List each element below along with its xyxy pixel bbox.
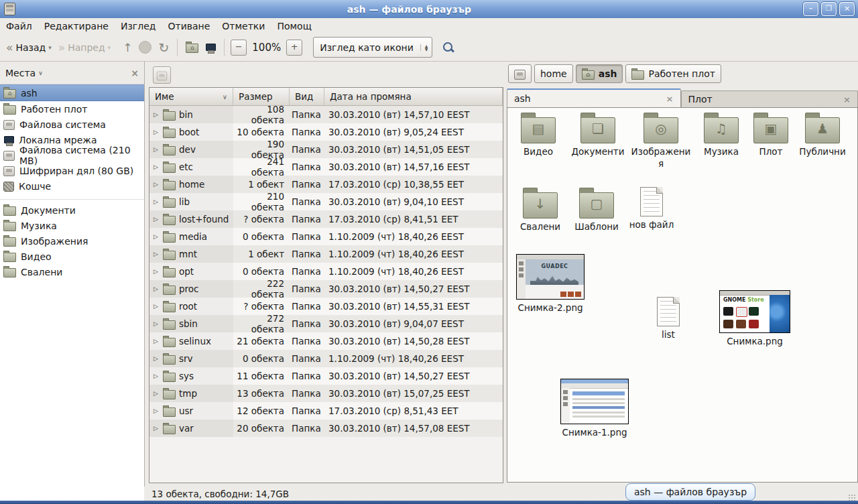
expander-icon[interactable]: ▷: [154, 355, 160, 362]
table-row-lost+found[interactable]: ▷lost+found? обектаПапка17.03.2010 (ср) …: [149, 210, 503, 228]
back-button[interactable]: « Назад ▾: [3, 40, 55, 56]
table-row-home[interactable]: ▷home1 обектПапка17.03.2010 (ср) 10,38,5…: [149, 176, 503, 193]
menu-item-Изглед[interactable]: Изглед: [115, 19, 162, 33]
view-mode-select[interactable]: Изглед като икони ▲▼: [313, 37, 432, 58]
expander-icon[interactable]: ▷: [154, 390, 160, 397]
sidebar-close-icon[interactable]: ×: [131, 68, 139, 78]
close-button[interactable]: ×: [839, 2, 855, 16]
expander-icon[interactable]: ▷: [154, 146, 160, 153]
expander-icon[interactable]: ▷: [154, 320, 160, 327]
icon-item-Плот[interactable]: ▣Плот: [750, 112, 792, 158]
expander-icon[interactable]: ▷: [154, 111, 160, 118]
sidebar-item-Видео[interactable]: Видео: [0, 249, 144, 264]
menu-item-Файл[interactable]: Файл: [0, 19, 38, 33]
expander-icon[interactable]: ▷: [154, 303, 160, 310]
expander-icon[interactable]: ▷: [154, 233, 160, 240]
expander-icon[interactable]: ▷: [154, 286, 160, 292]
sidebar-header[interactable]: Места ∨ ×: [0, 62, 144, 84]
forward-button[interactable]: » Напред ▾: [55, 40, 114, 56]
icon-item-Свалени[interactable]: ↓Свалени: [514, 187, 566, 233]
menu-item-Редактиране[interactable]: Редактиране: [38, 19, 115, 33]
icon-item-Видео[interactable]: ▤Видео: [511, 112, 565, 158]
table-row-etc[interactable]: ▷etc241 обектаПапка30.03.2010 (вт) 14,57…: [149, 158, 503, 176]
table-row-boot[interactable]: ▷boot10 обектаПапка30.03.2010 (вт) 9,05,…: [149, 123, 503, 141]
back-history-chevron-icon[interactable]: ▾: [48, 44, 52, 51]
menu-item-Помощ[interactable]: Помощ: [271, 19, 317, 33]
table-row-bin[interactable]: ▷bin108 обектаПапка30.03.2010 (вт) 14,57…: [149, 106, 503, 123]
icon-item-Изображения[interactable]: ◎Изображения: [631, 112, 691, 170]
computer-button[interactable]: [202, 40, 219, 55]
sidebar-item-Изображения[interactable]: Изображения: [0, 233, 144, 249]
breadcrumb-home[interactable]: home: [534, 64, 573, 83]
icon-item-list[interactable]: list: [644, 297, 692, 340]
sidebar-item-Шифриран дял (80 GB)[interactable]: Шифриран дял (80 GB): [0, 163, 144, 178]
table-row-mnt[interactable]: ▷mnt1 обектПапка1.10.2009 (чт) 18,40,26 …: [149, 245, 503, 263]
maximize-button[interactable]: ❐: [821, 2, 837, 16]
table-row-srv[interactable]: ▷srv0 обектаПапка1.10.2009 (чт) 18,40,26…: [149, 350, 503, 367]
home-button[interactable]: ⌂: [182, 39, 202, 56]
sidebar-item-Кошче[interactable]: Кошче: [0, 178, 144, 194]
expander-icon[interactable]: ▷: [154, 181, 160, 188]
menu-item-Отиване[interactable]: Отиване: [162, 19, 216, 33]
table-row-lib[interactable]: ▷lib210 обектаПапка30.03.2010 (вт) 9,04,…: [149, 193, 503, 210]
table-row-dev[interactable]: ▷dev190 обектаПапка30.03.2010 (вт) 14,51…: [149, 141, 503, 158]
expander-icon[interactable]: ▷: [154, 216, 160, 223]
icon-item-Шаблони[interactable]: ▢Шаблони: [570, 187, 623, 233]
table-row-selinux[interactable]: ▷selinux21 обектаПапка30.03.2010 (вт) 14…: [149, 332, 503, 350]
expander-icon[interactable]: ▷: [154, 198, 160, 205]
tab-Плот[interactable]: Плот×: [681, 90, 858, 107]
table-row-opt[interactable]: ▷opt0 обектаПапка1.10.2009 (чт) 18,40,26…: [149, 263, 503, 280]
table-row-usr[interactable]: ▷usr12 обектаПапка17.03.2010 (ср) 8,51,4…: [149, 402, 503, 420]
expander-icon[interactable]: ▷: [154, 251, 160, 257]
tab-close-icon[interactable]: ×: [660, 94, 674, 104]
reload-button[interactable]: ↻: [155, 40, 172, 55]
tab-ash[interactable]: ash×: [507, 88, 681, 107]
menu-item-Отметки[interactable]: Отметки: [216, 19, 271, 33]
sidebar-item-Свалени[interactable]: Свалени: [0, 264, 144, 279]
icon-item-Публични[interactable]: ♟Публични: [794, 112, 851, 158]
titlebar[interactable]: ash — файлов браузър – ❐ ×: [0, 0, 858, 19]
expander-icon[interactable]: ▷: [154, 268, 160, 275]
expander-icon[interactable]: ▷: [154, 407, 160, 414]
stop-button[interactable]: [135, 38, 155, 56]
icon-item-нов файл[interactable]: нов файл: [625, 187, 678, 231]
zoom-out-button[interactable]: −: [231, 40, 247, 56]
column-header-Вид[interactable]: Вид: [290, 88, 324, 105]
icon-item-Снимка-2.png[interactable]: GUADECСнимка-2.png: [514, 254, 587, 314]
icon-item-Документи[interactable]: ❏Документи: [569, 112, 627, 158]
breadcrumb-Работен плот[interactable]: Работен плот: [625, 64, 721, 83]
icon-view[interactable]: ▤Видео❏Документи◎Изображения♫Музика▣Плот…: [507, 107, 858, 483]
expander-icon[interactable]: ▷: [154, 373, 160, 379]
sidebar-item-Файлова система (210 MB)[interactable]: Файлова система (210 MB): [0, 147, 144, 163]
expander-icon[interactable]: ▷: [154, 425, 160, 432]
table-row-sys[interactable]: ▷sys11 обектаПапка30.03.2010 (вт) 14,50,…: [149, 367, 503, 385]
expander-icon[interactable]: ▷: [154, 129, 160, 135]
root-location-button[interactable]: [153, 66, 171, 84]
icon-item-Снимка-1.png[interactable]: Снимка-1.png: [557, 379, 632, 438]
column-header-Име[interactable]: Име∨: [149, 88, 233, 105]
table-row-proc[interactable]: ▷proc222 обектаПапка30.03.2010 (вт) 14,5…: [149, 280, 503, 298]
sidebar-item-Работен плот[interactable]: Работен плот: [0, 101, 144, 117]
sidebar-item-Музика[interactable]: Музика: [0, 218, 144, 233]
table-row-root[interactable]: ▷root? обектаПапка30.03.2010 (вт) 14,55,…: [149, 298, 503, 315]
table-row-tmp[interactable]: ▷tmp13 обектаПапка30.03.2010 (вт) 15,07,…: [149, 385, 503, 402]
sidebar-item-ash[interactable]: ⌂ash: [0, 84, 144, 101]
expander-icon[interactable]: ▷: [154, 164, 160, 170]
column-header-Размер[interactable]: Размер: [233, 88, 290, 105]
sidebar-item-Документи[interactable]: Документи: [0, 202, 144, 218]
minimize-button[interactable]: –: [803, 2, 818, 16]
table-row-sbin[interactable]: ▷sbin272 обектаПапка30.03.2010 (вт) 9,04…: [149, 315, 503, 332]
breadcrumb-ash[interactable]: ⌂ash: [576, 64, 623, 83]
tab-close-icon[interactable]: ×: [837, 94, 851, 105]
zoom-in-button[interactable]: +: [286, 40, 302, 56]
up-button[interactable]: ↑: [119, 40, 135, 55]
expander-icon[interactable]: ▷: [154, 338, 160, 344]
icon-item-Музика[interactable]: ♫Музика: [695, 112, 747, 158]
icon-item-Снимка.png[interactable]: GNOME StoreСнимка.png: [718, 290, 792, 347]
table-row-var[interactable]: ▷var20 обектаПапка30.03.2010 (вт) 14,57,…: [149, 420, 503, 437]
table-row-media[interactable]: ▷media0 обектаПапка1.10.2009 (чт) 18,40,…: [149, 228, 503, 245]
breadcrumb-root[interactable]: [508, 64, 532, 83]
column-header-Дата на промяна[interactable]: Дата на промяна: [324, 88, 503, 105]
search-icon[interactable]: [443, 42, 453, 52]
sidebar-item-Файлова система[interactable]: Файлова система: [0, 117, 144, 132]
